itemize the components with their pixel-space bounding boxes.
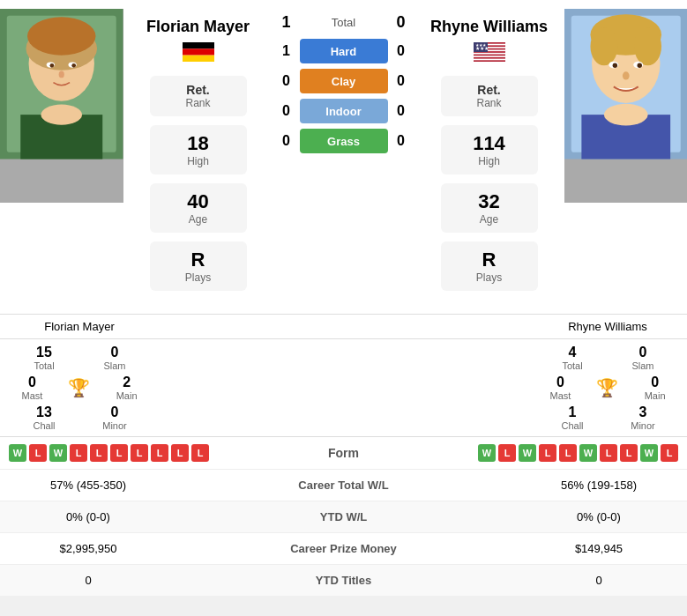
svg-rect-13 — [183, 48, 214, 55]
svg-point-34 — [637, 63, 641, 68]
stat-center-label: Career Prize Money — [176, 532, 511, 564]
svg-point-35 — [622, 71, 629, 79]
svg-point-29 — [590, 27, 617, 65]
stat-right-val: 0 — [511, 564, 687, 596]
form-badge-l: L — [151, 444, 168, 462]
right-player-svg — [564, 9, 688, 160]
indoor-row: 0 Indoor 0 — [273, 99, 414, 123]
hard-row: 1 Hard 0 — [273, 39, 414, 63]
main-container: Florian Mayer Ret. Rank 18 High 40 Age — [0, 0, 687, 596]
svg-point-7 — [50, 63, 55, 68]
career-stats-row: 57% (455-350) Career Total W/L 56% (199-… — [0, 469, 687, 501]
left-player-name-bar: Florian Mayer — [0, 315, 159, 338]
form-badge-w: W — [49, 444, 67, 462]
form-badge-l: L — [539, 444, 556, 462]
svg-point-37 — [603, 104, 647, 126]
form-badge-l: L — [661, 444, 678, 462]
right-high-block: 114 High — [441, 125, 538, 174]
left-rank-block: Ret. Rank — [150, 76, 247, 116]
svg-point-11 — [41, 105, 83, 125]
left-high-block: 18 High — [150, 125, 247, 174]
hard-badge: Hard — [300, 39, 388, 63]
form-badge-w: W — [579, 444, 597, 462]
right-trophy-icon: 🏆 — [596, 377, 618, 398]
form-badge-l: L — [90, 444, 108, 462]
indoor-right-score: 0 — [388, 103, 414, 119]
svg-rect-21 — [474, 58, 505, 60]
svg-text:★★★: ★★★ — [475, 42, 487, 48]
stat-left-val: 0 — [0, 564, 176, 596]
stat-left-val: 0% (0-0) — [0, 501, 176, 532]
total-right-score: 0 — [388, 13, 414, 32]
right-flag: ★★★ ★★★ — [474, 42, 505, 65]
us-flag-icon: ★★★ ★★★ — [474, 42, 505, 62]
clay-row: 0 Clay 0 — [273, 69, 414, 93]
clay-badge: Clay — [300, 69, 388, 93]
clay-right-score: 0 — [388, 73, 414, 89]
right-total-stat: 4 Total — [537, 343, 608, 373]
left-stats-grid: 15 Total 0 Slam 0 Mast 🏆 2 Main 13 — [0, 343, 159, 433]
stat-center-label: YTD Titles — [176, 564, 511, 596]
form-label: Form — [291, 446, 397, 460]
form-badge-w: W — [640, 444, 658, 462]
left-form: WLWLLLLLLL — [9, 444, 291, 462]
german-flag-icon — [183, 42, 214, 62]
svg-rect-12 — [183, 42, 214, 48]
grass-right-score: 0 — [388, 133, 414, 149]
right-main-stat: 0 Main — [631, 373, 678, 403]
total-row: 1 Total 0 — [273, 13, 414, 32]
form-badge-w: W — [478, 444, 496, 462]
left-flag — [183, 42, 214, 65]
career-stats-table: 57% (455-350) Career Total W/L 56% (199-… — [0, 469, 687, 596]
stat-right-val: 0% (0-0) — [511, 501, 687, 532]
right-plays-block: R Plays — [441, 241, 538, 291]
svg-point-4 — [27, 17, 96, 55]
right-stats-grid: 4 Total 0 Slam 0 Mast 🏆 0 Main 1 Chall — [528, 343, 687, 433]
svg-point-8 — [71, 63, 76, 68]
form-badge-l: L — [498, 444, 516, 462]
left-trophy: 🏆 — [56, 373, 103, 403]
right-trophy: 🏆 — [584, 373, 631, 403]
total-label: Total — [300, 16, 388, 29]
top-section: Florian Mayer Ret. Rank 18 High 40 Age — [0, 0, 687, 314]
right-chall-stat: 1 Chall — [537, 403, 608, 433]
stat-center-label: Career Total W/L — [176, 469, 511, 501]
left-minor-stat: 0 Minor — [79, 403, 150, 433]
left-player-info: Florian Mayer Ret. Rank 18 High 40 Age — [123, 9, 273, 305]
stat-left-val: 57% (455-350) — [0, 469, 176, 501]
form-badge-l: L — [70, 444, 87, 462]
indoor-left-score: 0 — [273, 103, 300, 119]
grass-row: 0 Grass 0 — [273, 129, 414, 153]
indoor-badge: Indoor — [300, 99, 388, 123]
stat-center-label: YTD W/L — [176, 501, 511, 532]
right-rank-block: Ret. Rank — [441, 76, 538, 116]
left-total-stat: 15 Total — [9, 343, 79, 373]
right-player-name: Rhyne Williams — [430, 18, 548, 37]
svg-point-9 — [59, 71, 64, 78]
hard-left-score: 1 — [273, 43, 300, 59]
stat-left-val: $2,995,950 — [0, 532, 176, 564]
clay-left-score: 0 — [273, 73, 300, 89]
hard-right-score: 0 — [388, 43, 414, 59]
left-player-name: Florian Mayer — [146, 18, 250, 37]
left-trophy-icon: 🏆 — [68, 377, 90, 398]
right-minor-stat: 3 Minor — [608, 403, 678, 433]
stat-right-val: $149,945 — [511, 532, 687, 564]
left-chall-stat: 13 Chall — [9, 403, 79, 433]
left-player-svg — [0, 9, 123, 160]
grass-left-score: 0 — [273, 133, 300, 149]
career-stats-row: 0 YTD Titles 0 — [0, 564, 687, 596]
right-mast-stat: 0 Mast — [537, 373, 584, 403]
form-badge-l: L — [131, 444, 148, 462]
svg-rect-20 — [474, 56, 505, 57]
right-player-info: Rhyne Williams ★★★ ★★★ Ret — [414, 9, 564, 305]
left-player-photo — [0, 9, 123, 203]
total-left-score: 1 — [273, 13, 300, 32]
form-section: WLWLLLLLLL Form WLWLLWLLWL — [0, 436, 687, 469]
form-badge-l: L — [191, 444, 209, 462]
form-badge-l: L — [29, 444, 47, 462]
svg-rect-14 — [183, 55, 214, 61]
left-slam-stat: 0 Slam — [79, 343, 150, 373]
form-badge-l: L — [559, 444, 577, 462]
form-badge-l: L — [171, 444, 189, 462]
